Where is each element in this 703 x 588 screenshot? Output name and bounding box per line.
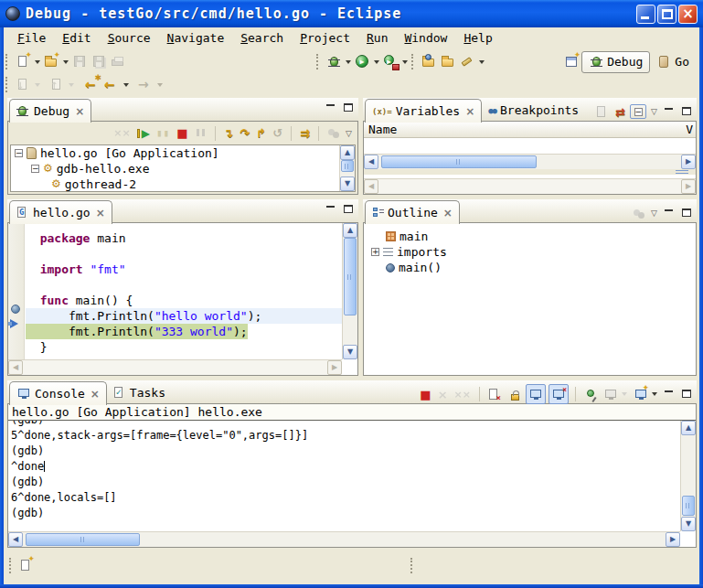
new-project-button[interactable]: ✦ [42, 52, 70, 72]
minimize-window-button[interactable] [636, 5, 655, 24]
show-stderr-button[interactable]: × [549, 384, 569, 404]
tab-hello-go-close-icon[interactable]: × [94, 208, 105, 219]
maximize-window-button[interactable] [657, 5, 676, 24]
drop-to-frame-button[interactable]: ↺ [271, 123, 284, 144]
console-text[interactable]: (gdb) 5^done,stack-args=[frame={level="0… [11, 421, 680, 531]
step-into-button[interactable]: ↴ [222, 123, 236, 144]
outline-item-main-func[interactable]: main() [364, 260, 696, 275]
console-minimize-button[interactable] [662, 388, 676, 401]
scroll-down-icon[interactable]: ▼ [681, 517, 696, 531]
tab-debug[interactable]: Debug × [9, 99, 91, 123]
previous-annotation-button[interactable]: ↑ [48, 75, 76, 95]
editor-minimize-button[interactable] [324, 203, 338, 216]
debug-tree-row-process[interactable]: − ⚙ gdb-hello.exe [11, 161, 355, 176]
menu-help[interactable]: Help [455, 29, 500, 47]
remove-terminated-button[interactable]: ×× [112, 123, 132, 144]
remove-launch-button[interactable]: × [436, 384, 450, 404]
link-with-editor-button[interactable] [631, 203, 646, 223]
resume-button[interactable]: ▶ [135, 123, 152, 144]
console-vscrollbar[interactable]: ▲ ▼ [680, 421, 696, 531]
forward-button[interactable]: → [136, 75, 165, 95]
close-window-button[interactable]: × [678, 5, 698, 24]
variables-table-body[interactable] [364, 138, 696, 153]
console-maximize-button[interactable] [679, 388, 694, 401]
tab-console[interactable]: Console × [9, 381, 107, 405]
editor-hscrollbar[interactable]: ◀ ▶ [8, 359, 342, 375]
outline-item-imports[interactable]: + imports [364, 244, 696, 260]
tab-console-close-icon[interactable]: × [89, 389, 100, 400]
editor-vscrollbar[interactable]: ▲ ▼ [342, 223, 357, 359]
toolbar-grip[interactable] [5, 54, 9, 69]
debug-view-minimize-button[interactable] [324, 102, 338, 114]
toolbar-grip[interactable] [316, 54, 320, 69]
tab-debug-close-icon[interactable]: × [73, 106, 84, 117]
editor-vscrollbar-thumb[interactable] [344, 238, 357, 315]
console-output-area[interactable]: (gdb) 5^done,stack-args=[frame={level="0… [8, 420, 696, 547]
collapse-expander-icon[interactable]: − [31, 165, 39, 173]
column-header-name[interactable]: Name [364, 123, 397, 136]
show-stdout-button[interactable] [526, 384, 546, 404]
variables-view-minimize-button[interactable] [662, 105, 676, 118]
show-type-names-button[interactable] [594, 102, 611, 122]
statusbar-grip[interactable] [9, 558, 13, 573]
suspend-button[interactable]: ▮▮ [154, 123, 172, 144]
tab-tasks[interactable]: ✓ Tasks [107, 381, 172, 404]
show-logical-structure-button[interactable]: ⇄ [613, 102, 627, 122]
print-button[interactable] [109, 52, 128, 72]
new-wizard-button[interactable]: ✦ [14, 52, 42, 72]
tab-breakpoints[interactable]: ●● Breakpoints [482, 99, 585, 122]
outline-minimize-button[interactable] [662, 207, 676, 219]
scroll-left-icon[interactable]: ◀ [8, 532, 23, 547]
menu-search[interactable]: Search [232, 29, 292, 47]
fast-view-button[interactable]: ✦ [18, 558, 34, 573]
clear-console-button[interactable]: × [486, 384, 503, 404]
statusbar-grip[interactable] [410, 558, 414, 573]
disconnect-button[interactable] [193, 123, 208, 144]
open-console-button[interactable]: ✦ [632, 384, 659, 404]
debug-view-maximize-button[interactable] [341, 102, 356, 114]
menu-run[interactable]: Run [358, 29, 396, 47]
step-return-button[interactable]: ↱ [254, 123, 268, 144]
open-resource-button[interactable] [439, 52, 458, 72]
menu-source[interactable]: Source [100, 29, 159, 47]
variables-hscrollbar[interactable]: ◀ ▶ [364, 154, 696, 169]
menu-edit[interactable]: Edit [54, 29, 99, 47]
save-button[interactable] [70, 52, 90, 72]
scroll-left-icon[interactable]: ◀ [364, 155, 378, 169]
debug-button[interactable] [325, 52, 353, 72]
tab-outline-close-icon[interactable]: × [442, 208, 453, 219]
next-annotation-button[interactable]: ↓ [14, 75, 42, 95]
scroll-down-icon[interactable]: ▼ [340, 176, 355, 191]
external-tools-button[interactable] [381, 52, 410, 72]
outline-item-package[interactable]: main [364, 229, 696, 244]
console-vscrollbar-thumb[interactable] [682, 496, 695, 516]
toolbar-grip[interactable] [411, 54, 415, 69]
scroll-right-icon[interactable]: ▶ [681, 155, 696, 169]
collapse-all-button[interactable]: − [630, 104, 646, 119]
tab-hello-go[interactable]: G hello.go × [9, 200, 112, 224]
remove-all-terminated-button[interactable]: ×× [453, 384, 473, 404]
editor-gutter[interactable] [8, 223, 25, 359]
debug-options-button[interactable] [325, 123, 341, 144]
menu-project[interactable]: Project [292, 29, 358, 47]
use-step-filters-button[interactable]: ⇉ [298, 123, 312, 144]
open-perspective-button[interactable]: ✦ [562, 52, 581, 72]
scroll-down-icon[interactable]: ▼ [343, 345, 357, 359]
back-button[interactable]: ← [102, 75, 131, 95]
editor-maximize-button[interactable] [341, 203, 356, 216]
tab-variables[interactable]: (x)= Variables × [365, 99, 482, 123]
breakpoint-marker-icon[interactable] [11, 305, 20, 314]
toolbar-grip[interactable] [5, 77, 9, 92]
expand-expander-icon[interactable]: + [371, 248, 379, 256]
variables-view-maximize-button[interactable] [679, 105, 694, 118]
scroll-right-icon[interactable]: ▶ [666, 532, 680, 547]
step-over-button[interactable]: ↷ [238, 123, 251, 144]
outline-maximize-button[interactable] [679, 207, 694, 219]
terminate-button[interactable]: ■ [175, 123, 189, 144]
scroll-up-icon[interactable]: ▲ [343, 223, 357, 238]
debug-tree-row-thread[interactable]: ⚙ gothread-2 [11, 176, 355, 192]
menu-window[interactable]: Window [396, 29, 455, 47]
debug-vscrollbar-thumb[interactable] [341, 160, 354, 172]
column-header-value[interactable]: V [686, 122, 693, 138]
perspective-debug-button[interactable]: Debug [581, 51, 650, 73]
